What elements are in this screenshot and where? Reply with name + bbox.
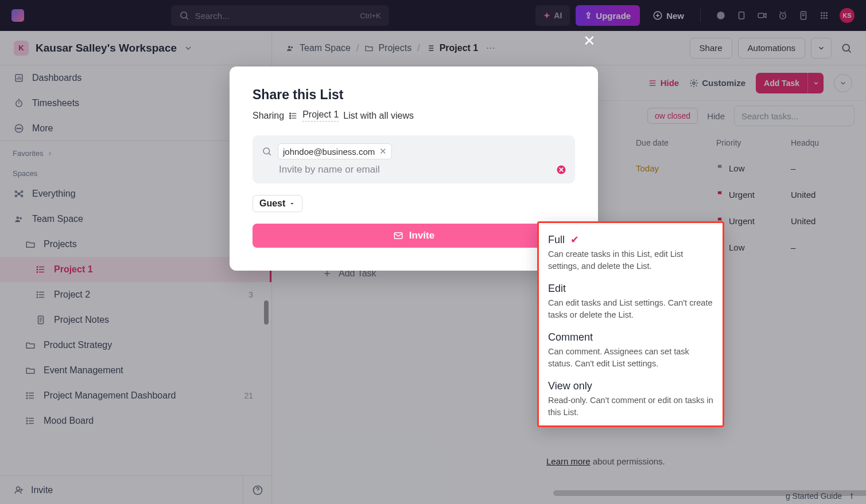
perm-desc: Can create tasks in this List, edit List… [548, 248, 713, 272]
learn-more-link[interactable]: Learn more [546, 456, 591, 466]
perm-title: Comment [548, 331, 593, 343]
permission-footer: Learn more about permissions. [546, 456, 665, 466]
invite-input-box[interactable]: johndoe@business.com ✕ Invite by name or… [253, 135, 575, 183]
perm-option-edit[interactable]: Edit Can edit tasks and List settings. C… [548, 283, 713, 321]
check-icon: ✔ [570, 233, 579, 246]
perm-desc: Read-only. Can't comment or edit on task… [548, 394, 713, 419]
invite-placeholder: Invite by name or email [262, 164, 566, 175]
envelope-icon [393, 230, 403, 241]
perm-title: Edit [548, 283, 566, 295]
email-chip[interactable]: johndoe@business.com ✕ [278, 143, 392, 159]
modal-title: Share this List [253, 87, 575, 103]
share-target[interactable]: Project 1 [302, 110, 339, 122]
svg-point-88 [290, 115, 291, 116]
role-dropdown[interactable]: Guest [253, 195, 302, 212]
invite-button[interactable]: Invite [253, 224, 575, 248]
close-button[interactable]: ✕ [583, 32, 596, 50]
svg-line-91 [269, 153, 270, 155]
svg-point-87 [290, 113, 291, 114]
chip-email: johndoe@business.com [283, 147, 375, 157]
list-icon [289, 111, 298, 120]
share-suffix: List with all views [343, 111, 414, 121]
sharing-label: Sharing [253, 111, 284, 121]
perm-desc: Can edit tasks and List settings. Can't … [548, 297, 713, 321]
search-icon [262, 146, 272, 157]
chip-remove-icon[interactable]: ✕ [379, 146, 387, 157]
perm-option-view-only[interactable]: View only Read-only. Can't comment or ed… [548, 380, 713, 419]
perm-title: View only [548, 380, 592, 392]
permission-popover: Full✔ Can create tasks in this List, edi… [537, 221, 724, 427]
invite-button-label: Invite [409, 230, 434, 241]
caret-down-icon [289, 200, 296, 207]
perm-option-full[interactable]: Full✔ Can create tasks in this List, edi… [548, 233, 713, 272]
perm-desc: Can comment. Assignees can set task stat… [548, 346, 713, 370]
perm-option-comment[interactable]: Comment Can comment. Assignees can set t… [548, 331, 713, 370]
svg-point-90 [263, 148, 270, 154]
svg-point-89 [290, 118, 291, 119]
role-label: Guest [259, 198, 285, 209]
perm-title: Full [548, 234, 565, 246]
clear-all-icon[interactable] [556, 164, 567, 175]
perm-footer-text: about permissions. [591, 456, 665, 466]
